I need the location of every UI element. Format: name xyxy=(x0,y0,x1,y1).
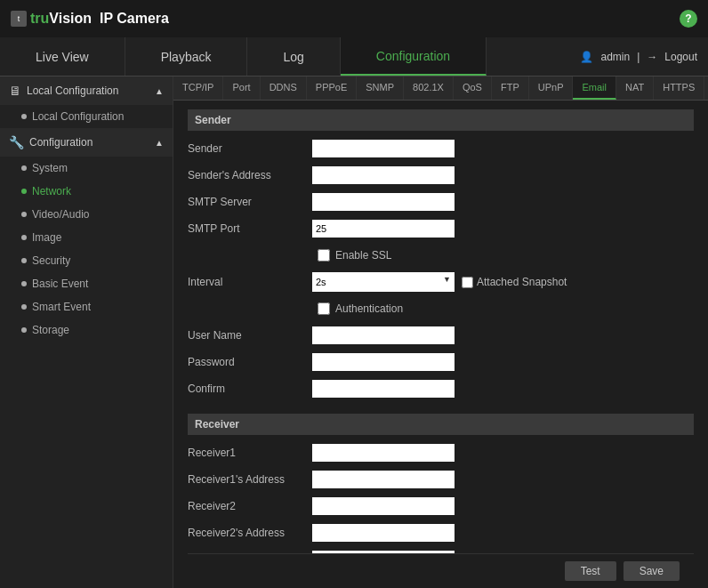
dot-icon xyxy=(21,304,27,310)
help-button[interactable]: ? xyxy=(680,10,697,28)
sidebar-header-config[interactable]: 🔧 Configuration ▲ xyxy=(0,128,173,157)
password-input[interactable] xyxy=(312,353,455,371)
sender-label: Sender xyxy=(188,142,312,155)
receiver1-address-input[interactable] xyxy=(312,471,455,488)
sidebar-header-local[interactable]: 🖥 Local Configuration ▲ xyxy=(0,77,173,105)
password-label: Password xyxy=(188,356,312,368)
tab-qos[interactable]: QoS xyxy=(454,77,492,100)
nav-live-view[interactable]: Live View xyxy=(0,37,125,76)
receiver1-address-row: Receiver1's Address xyxy=(188,469,694,490)
authentication-label: Authentication xyxy=(335,302,403,315)
sender-row: Sender xyxy=(188,138,694,159)
sidebar-item-local-label: Local Configuration xyxy=(32,110,124,123)
attached-snapshot-wrapper: Attached Snapshot xyxy=(462,276,567,288)
dot-icon xyxy=(21,327,27,333)
sidebar-item-smart-event[interactable]: Smart Event xyxy=(0,295,173,318)
smtp-server-input[interactable] xyxy=(312,193,455,211)
tab-pppoe[interactable]: PPPoE xyxy=(307,77,357,100)
enable-ssl-checkbox[interactable] xyxy=(318,249,330,262)
smtp-server-row: SMTP Server xyxy=(188,191,694,213)
receiver2-row: Receiver2 xyxy=(188,495,694,517)
sidebar-item-security[interactable]: Security xyxy=(0,249,173,272)
tab-nat[interactable]: NAT xyxy=(616,77,654,100)
nav-configuration[interactable]: Configuration xyxy=(341,37,487,76)
authentication-checkbox[interactable] xyxy=(318,302,330,315)
sidebar-item-basic-event[interactable]: Basic Event xyxy=(0,272,173,295)
smtp-port-row: SMTP Port xyxy=(188,218,694,239)
sidebar: 🖥 Local Configuration ▲ Local Configurat… xyxy=(0,77,173,588)
logout-link[interactable]: Logout xyxy=(664,51,697,63)
confirm-row: Confirm xyxy=(188,378,694,399)
email-form: Sender Sender Sender's Address SMTP Serv… xyxy=(173,101,708,588)
receiver1-row: Receiver1 xyxy=(188,442,694,463)
sidebar-item-network[interactable]: Network xyxy=(0,180,173,203)
sender-address-label: Sender's Address xyxy=(188,169,312,181)
config-icon: 🔧 xyxy=(9,135,24,149)
confirm-input[interactable] xyxy=(312,380,455,398)
dot-icon xyxy=(21,114,27,119)
smtp-port-input[interactable] xyxy=(312,220,455,238)
attached-snapshot-checkbox[interactable] xyxy=(462,277,473,288)
receiver1-input[interactable] xyxy=(312,444,455,462)
receiver-section-header: Receiver xyxy=(188,414,694,435)
logo-text: truVision IP Camera xyxy=(30,11,169,27)
sender-input[interactable] xyxy=(312,140,455,157)
receiver2-address-label: Receiver2's Address xyxy=(188,527,312,539)
sidebar-item-storage[interactable]: Storage xyxy=(0,318,173,342)
smtp-port-label: SMTP Port xyxy=(188,222,312,235)
nav-log[interactable]: Log xyxy=(247,37,340,76)
enable-ssl-label: Enable SSL xyxy=(335,249,391,262)
sidebar-section-config: 🔧 Configuration ▲ System Network Video/A… xyxy=(0,128,173,342)
enable-ssl-row: Enable SSL xyxy=(188,245,694,266)
sender-section-header: Sender xyxy=(188,109,694,131)
dot-icon xyxy=(21,235,27,240)
interval-select[interactable]: 2s 5s 10s 30s 60s xyxy=(312,272,455,292)
interval-select-wrapper: 2s 5s 10s 30s 60s xyxy=(312,272,455,292)
content-area: TCP/IP Port DDNS PPPoE SNMP 802.1X QoS F… xyxy=(173,77,708,588)
interval-row: Interval 2s 5s 10s 30s 60s Attached S xyxy=(188,271,694,293)
nav-playback[interactable]: Playback xyxy=(125,37,248,76)
tab-https[interactable]: HTTPS xyxy=(654,77,704,100)
bottom-bar: Test Save xyxy=(188,553,694,588)
dot-icon xyxy=(21,189,27,194)
username-input[interactable] xyxy=(312,326,455,344)
collapse-arrow-config: ▲ xyxy=(155,138,164,148)
sidebar-item-video-audio-label: Video/Audio xyxy=(32,208,90,221)
receiver1-label: Receiver1 xyxy=(188,447,312,459)
tab-ftp[interactable]: FTP xyxy=(492,77,529,100)
dot-icon xyxy=(21,212,27,217)
main-layout: 🖥 Local Configuration ▲ Local Configurat… xyxy=(0,77,708,588)
dot-icon xyxy=(21,258,27,263)
sidebar-item-system-label: System xyxy=(32,162,68,174)
sidebar-item-basic-event-label: Basic Event xyxy=(32,278,88,290)
receiver2-input[interactable] xyxy=(312,497,455,515)
dot-icon xyxy=(21,165,27,171)
nav-right: 👤 admin | → Logout xyxy=(569,37,708,76)
receiver1-address-label: Receiver1's Address xyxy=(188,473,312,486)
tab-bar: TCP/IP Port DDNS PPPoE SNMP 802.1X QoS F… xyxy=(173,77,708,101)
user-icon: 👤 xyxy=(580,51,593,63)
tab-upnp[interactable]: UPnP xyxy=(529,77,574,100)
tab-ddns[interactable]: DDNS xyxy=(261,77,307,100)
sidebar-item-system[interactable]: System xyxy=(0,157,173,180)
tab-tcp-ip[interactable]: TCP/IP xyxy=(173,77,223,100)
test-button[interactable]: Test xyxy=(565,561,616,581)
password-row: Password xyxy=(188,351,694,373)
sidebar-item-image[interactable]: Image xyxy=(0,226,173,249)
sender-address-row: Sender's Address xyxy=(188,165,694,186)
confirm-label: Confirm xyxy=(188,383,312,395)
nav-bar: Live View Playback Log Configuration 👤 a… xyxy=(0,37,708,77)
receiver2-address-input[interactable] xyxy=(312,524,455,542)
tab-email[interactable]: Email xyxy=(573,77,616,100)
tab-8021x[interactable]: 802.1X xyxy=(404,77,454,100)
sidebar-item-security-label: Security xyxy=(32,254,70,267)
tab-snmp[interactable]: SNMP xyxy=(357,77,404,100)
sidebar-item-video-audio[interactable]: Video/Audio xyxy=(0,203,173,226)
sender-address-input[interactable] xyxy=(312,166,455,184)
tab-port[interactable]: Port xyxy=(223,77,260,100)
dot-icon xyxy=(21,281,27,286)
collapse-arrow-local: ▲ xyxy=(155,86,164,96)
sidebar-item-local-configuration[interactable]: Local Configuration xyxy=(0,105,173,128)
save-button[interactable]: Save xyxy=(624,561,680,581)
smtp-server-label: SMTP Server xyxy=(188,196,312,208)
